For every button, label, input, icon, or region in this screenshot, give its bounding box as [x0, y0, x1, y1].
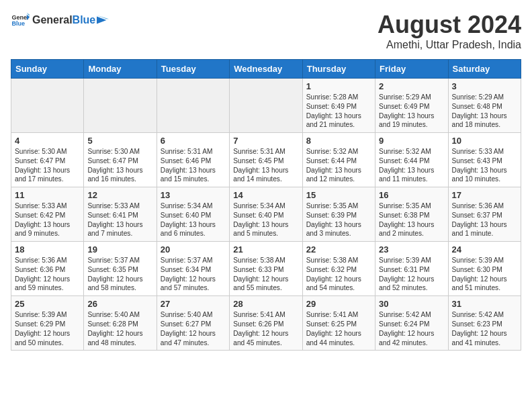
calendar-cell: 9Sunrise: 5:32 AM Sunset: 6:44 PM Daylig… [375, 133, 448, 187]
calendar-cell: 28Sunrise: 5:41 AM Sunset: 6:26 PM Dayli… [230, 296, 302, 351]
day-content: Sunrise: 5:31 AM Sunset: 6:45 PM Dayligh… [233, 147, 298, 184]
title-block: August 2024 Amethi, Uttar Pradesh, India [378, 11, 521, 51]
day-header-monday: Monday [84, 60, 157, 79]
day-number: 3 [452, 81, 517, 91]
day-content: Sunrise: 5:30 AM Sunset: 6:47 PM Dayligh… [87, 147, 152, 184]
calendar-cell: 12Sunrise: 5:33 AM Sunset: 6:41 PM Dayli… [84, 187, 157, 242]
day-content: Sunrise: 5:29 AM Sunset: 6:48 PM Dayligh… [452, 93, 517, 130]
day-content: Sunrise: 5:38 AM Sunset: 6:33 PM Dayligh… [233, 256, 298, 293]
day-content: Sunrise: 5:40 AM Sunset: 6:28 PM Dayligh… [87, 310, 152, 347]
day-number: 27 [161, 299, 226, 309]
calendar-cell: 8Sunrise: 5:32 AM Sunset: 6:44 PM Daylig… [302, 133, 375, 187]
day-content: Sunrise: 5:35 AM Sunset: 6:39 PM Dayligh… [306, 201, 371, 238]
week-row-1: 1Sunrise: 5:28 AM Sunset: 6:49 PM Daylig… [11, 79, 521, 133]
day-number: 19 [87, 244, 152, 255]
calendar-cell: 19Sunrise: 5:37 AM Sunset: 6:35 PM Dayli… [84, 242, 157, 296]
day-content: Sunrise: 5:32 AM Sunset: 6:44 PM Dayligh… [306, 147, 371, 184]
day-content: Sunrise: 5:35 AM Sunset: 6:38 PM Dayligh… [379, 201, 444, 238]
calendar-cell: 11Sunrise: 5:33 AM Sunset: 6:42 PM Dayli… [11, 187, 84, 242]
calendar-cell: 27Sunrise: 5:40 AM Sunset: 6:27 PM Dayli… [157, 296, 229, 351]
calendar-cell: 25Sunrise: 5:39 AM Sunset: 6:29 PM Dayli… [11, 296, 84, 351]
day-number: 28 [233, 299, 298, 309]
day-number: 2 [379, 81, 444, 91]
month-year-title: August 2024 [378, 11, 521, 39]
day-number: 16 [379, 190, 444, 200]
logo-icon: General Blue [11, 11, 30, 30]
logo: General Blue General Blue [11, 11, 109, 30]
day-content: Sunrise: 5:41 AM Sunset: 6:25 PM Dayligh… [306, 310, 371, 347]
day-number: 1 [306, 81, 371, 91]
calendar-cell: 6Sunrise: 5:31 AM Sunset: 6:46 PM Daylig… [157, 133, 229, 187]
calendar-cell: 29Sunrise: 5:41 AM Sunset: 6:25 PM Dayli… [302, 296, 375, 351]
calendar-cell: 31Sunrise: 5:42 AM Sunset: 6:23 PM Dayli… [448, 296, 521, 351]
day-number: 7 [233, 136, 298, 146]
day-content: Sunrise: 5:39 AM Sunset: 6:31 PM Dayligh… [379, 256, 444, 293]
calendar-cell: 5Sunrise: 5:30 AM Sunset: 6:47 PM Daylig… [84, 133, 157, 187]
week-row-3: 11Sunrise: 5:33 AM Sunset: 6:42 PM Dayli… [11, 187, 521, 242]
calendar-cell: 3Sunrise: 5:29 AM Sunset: 6:48 PM Daylig… [448, 79, 521, 133]
day-number: 31 [452, 299, 517, 309]
calendar-cell: 26Sunrise: 5:40 AM Sunset: 6:28 PM Dayli… [84, 296, 157, 351]
day-content: Sunrise: 5:36 AM Sunset: 6:36 PM Dayligh… [15, 256, 80, 293]
calendar-cell: 24Sunrise: 5:39 AM Sunset: 6:30 PM Dayli… [448, 242, 521, 296]
calendar-cell [84, 79, 157, 133]
day-number: 22 [306, 244, 371, 255]
day-number: 8 [306, 136, 371, 146]
day-header-saturday: Saturday [448, 60, 521, 79]
calendar-cell: 4Sunrise: 5:30 AM Sunset: 6:47 PM Daylig… [11, 133, 84, 187]
day-number: 11 [15, 190, 80, 200]
calendar-cell: 13Sunrise: 5:34 AM Sunset: 6:40 PM Dayli… [157, 187, 229, 242]
calendar-cell: 18Sunrise: 5:36 AM Sunset: 6:36 PM Dayli… [11, 242, 84, 296]
day-content: Sunrise: 5:41 AM Sunset: 6:26 PM Dayligh… [233, 310, 298, 347]
day-content: Sunrise: 5:33 AM Sunset: 6:41 PM Dayligh… [87, 201, 152, 238]
location-subtitle: Amethi, Uttar Pradesh, India [378, 39, 521, 51]
day-content: Sunrise: 5:29 AM Sunset: 6:49 PM Dayligh… [379, 93, 444, 130]
day-header-wednesday: Wednesday [230, 60, 302, 79]
day-number: 30 [379, 299, 444, 309]
day-header-sunday: Sunday [11, 60, 84, 79]
day-content: Sunrise: 5:36 AM Sunset: 6:37 PM Dayligh… [452, 201, 517, 238]
day-content: Sunrise: 5:42 AM Sunset: 6:24 PM Dayligh… [379, 310, 444, 347]
week-row-4: 18Sunrise: 5:36 AM Sunset: 6:36 PM Dayli… [11, 242, 521, 296]
calendar-cell: 10Sunrise: 5:33 AM Sunset: 6:43 PM Dayli… [448, 133, 521, 187]
day-number: 18 [15, 244, 80, 255]
calendar-header-row: SundayMondayTuesdayWednesdayThursdayFrid… [11, 60, 521, 79]
day-header-tuesday: Tuesday [157, 60, 229, 79]
day-content: Sunrise: 5:28 AM Sunset: 6:49 PM Dayligh… [306, 93, 371, 130]
calendar-cell: 7Sunrise: 5:31 AM Sunset: 6:45 PM Daylig… [230, 133, 302, 187]
day-content: Sunrise: 5:39 AM Sunset: 6:29 PM Dayligh… [15, 310, 80, 347]
day-content: Sunrise: 5:32 AM Sunset: 6:44 PM Dayligh… [379, 147, 444, 184]
day-content: Sunrise: 5:37 AM Sunset: 6:34 PM Dayligh… [161, 256, 226, 293]
page-header: General Blue General Blue August 2024 Am… [11, 11, 521, 51]
day-content: Sunrise: 5:39 AM Sunset: 6:30 PM Dayligh… [452, 256, 517, 293]
day-number: 5 [87, 136, 152, 146]
calendar-cell: 22Sunrise: 5:38 AM Sunset: 6:32 PM Dayli… [302, 242, 375, 296]
day-number: 17 [452, 190, 517, 200]
day-number: 4 [15, 136, 80, 146]
logo-general-text: General [32, 14, 73, 26]
day-number: 25 [15, 299, 80, 309]
calendar-cell: 15Sunrise: 5:35 AM Sunset: 6:39 PM Dayli… [302, 187, 375, 242]
calendar-cell: 21Sunrise: 5:38 AM Sunset: 6:33 PM Dayli… [230, 242, 302, 296]
calendar-cell [157, 79, 229, 133]
day-number: 13 [161, 190, 226, 200]
day-content: Sunrise: 5:33 AM Sunset: 6:42 PM Dayligh… [15, 201, 80, 238]
day-content: Sunrise: 5:40 AM Sunset: 6:27 PM Dayligh… [161, 310, 226, 347]
svg-marker-4 [97, 17, 106, 24]
day-number: 9 [379, 136, 444, 146]
day-number: 15 [306, 190, 371, 200]
day-number: 6 [161, 136, 226, 146]
day-content: Sunrise: 5:30 AM Sunset: 6:47 PM Dayligh… [15, 147, 80, 184]
calendar-cell: 17Sunrise: 5:36 AM Sunset: 6:37 PM Dayli… [448, 187, 521, 242]
day-number: 24 [452, 244, 517, 255]
day-content: Sunrise: 5:34 AM Sunset: 6:40 PM Dayligh… [161, 201, 226, 238]
logo-blue-text: Blue [73, 14, 96, 26]
calendar-cell: 14Sunrise: 5:34 AM Sunset: 6:40 PM Dayli… [230, 187, 302, 242]
day-content: Sunrise: 5:38 AM Sunset: 6:32 PM Dayligh… [306, 256, 371, 293]
day-content: Sunrise: 5:33 AM Sunset: 6:43 PM Dayligh… [452, 147, 517, 184]
day-number: 29 [306, 299, 371, 309]
calendar-cell: 20Sunrise: 5:37 AM Sunset: 6:34 PM Dayli… [157, 242, 229, 296]
day-number: 14 [233, 190, 298, 200]
week-row-5: 25Sunrise: 5:39 AM Sunset: 6:29 PM Dayli… [11, 296, 521, 351]
calendar-cell: 23Sunrise: 5:39 AM Sunset: 6:31 PM Dayli… [375, 242, 448, 296]
